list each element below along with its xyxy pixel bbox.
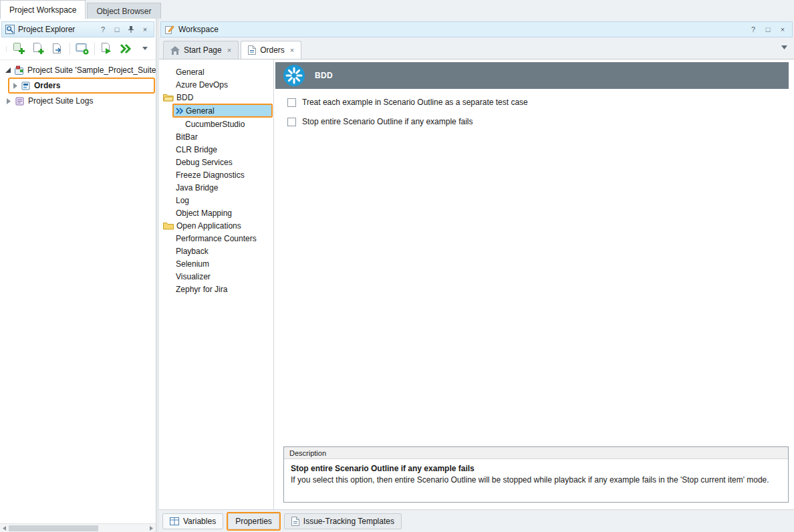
add-project-item-button[interactable]: [12, 41, 27, 57]
tab-variables[interactable]: Variables: [162, 513, 223, 529]
bottom-tab-label: Variables: [183, 517, 216, 526]
tree-item-label: Project Suite 'Sample_Project_Suite' (1 …: [27, 65, 156, 75]
nav-item-label: Freeze Diagnostics: [176, 170, 245, 180]
tree-item-project-suite-logs[interactable]: Project Suite Logs: [0, 94, 156, 108]
nav-item-open-applications[interactable]: Open Applications: [159, 219, 273, 232]
run-test-button[interactable]: [100, 41, 114, 57]
close-tab-button[interactable]: ×: [227, 46, 231, 54]
bdd-icon: [283, 64, 305, 87]
nav-item-label: Selenium: [176, 259, 209, 269]
workspace-panel: Workspace ? □ × Start Page × Orders ×: [159, 19, 794, 532]
checkbox-separate-test-case[interactable]: [287, 98, 296, 107]
expander-collapsed-icon[interactable]: [13, 83, 17, 89]
nav-item-selenium[interactable]: Selenium: [159, 257, 273, 270]
bdd-section-header: BDD: [275, 62, 789, 89]
project-explorer-header: Project Explorer ? □ ×: [1, 21, 154, 37]
nav-item-bdd[interactable]: BDD: [159, 91, 273, 104]
pin-button[interactable]: [126, 24, 136, 35]
nav-item-azure-devops[interactable]: Azure DevOps: [159, 78, 273, 91]
nav-item-debug-services[interactable]: Debug Services: [159, 156, 273, 168]
open-item-icon: [51, 42, 64, 55]
nav-item-label: CucumberStudio: [185, 120, 245, 129]
add-new-item-button[interactable]: [31, 41, 46, 57]
nav-item-label: BitBar: [176, 132, 198, 142]
nav-item-label: BDD: [176, 93, 193, 102]
scroll-left-button[interactable]: [0, 524, 9, 532]
float-button[interactable]: □: [112, 24, 122, 35]
tab-object-browser[interactable]: Object Browser: [87, 3, 160, 19]
properties-tab-highlight: Properties: [227, 512, 281, 531]
nav-item-label: General: [176, 68, 205, 77]
tree-item-label: Project Suite Logs: [28, 96, 93, 106]
nav-item-performance-counters[interactable]: Performance Counters: [159, 232, 273, 245]
nav-item-java-bridge[interactable]: Java Bridge: [159, 181, 273, 194]
run-project-suite-icon: [120, 43, 132, 54]
nav-item-playback[interactable]: Playback: [159, 245, 273, 257]
nav-item-freeze-diagnostics[interactable]: Freeze Diagnostics: [159, 168, 273, 181]
document-icon: [248, 45, 256, 55]
nav-item-zephyr-for-jira[interactable]: Zephyr for Jira: [159, 283, 273, 295]
chevron-down-icon: [142, 47, 148, 50]
nav-item-visualizer[interactable]: Visualizer: [159, 270, 273, 283]
open-item-button[interactable]: [50, 41, 65, 57]
close-panel-button[interactable]: ×: [140, 24, 150, 35]
nav-item-label: Azure DevOps: [176, 80, 228, 90]
toolbar-overflow-button[interactable]: [138, 41, 152, 57]
add-new-item-icon: [32, 42, 45, 55]
nav-item-bitbar[interactable]: BitBar: [159, 130, 273, 143]
scroll-right-button[interactable]: [147, 524, 156, 532]
doc-tab-start-page[interactable]: Start Page ×: [163, 41, 239, 59]
options-content: General Azure DevOps BDD General Cucumbe…: [159, 59, 794, 509]
doc-tab-orders[interactable]: Orders ×: [241, 41, 301, 59]
description-header: Description: [284, 447, 788, 459]
project-explorer-panel: Project Explorer ? □ × ⋮: [0, 19, 156, 532]
nav-item-label: Zephyr for Jira: [176, 285, 227, 294]
tab-project-workspace[interactable]: Project Workspace: [0, 0, 86, 19]
window-tab-bar: Project Workspace Object Browser: [0, 0, 794, 19]
nav-item-bdd-general-selected[interactable]: General: [172, 104, 273, 118]
expander-collapsed-icon[interactable]: [5, 98, 11, 104]
project-explorer-toolbar: ⋮: [0, 37, 156, 60]
nav-item-label: Java Bridge: [176, 183, 218, 192]
toolbar-grip[interactable]: ⋮: [3, 47, 7, 50]
toolbar-separator: [70, 43, 70, 55]
nav-item-label: Open Applications: [176, 221, 241, 231]
add-project-item-icon: [13, 42, 25, 55]
help-button[interactable]: ?: [748, 24, 759, 35]
project-explorer-title: Project Explorer: [18, 25, 94, 34]
home-icon: [170, 46, 180, 55]
pin-icon: [128, 25, 134, 33]
tab-properties[interactable]: Properties: [228, 513, 279, 529]
float-button[interactable]: □: [763, 24, 773, 35]
tree-item-label: Orders: [34, 81, 60, 90]
document-tab-bar: Start Page × Orders ×: [159, 37, 794, 59]
record-test-button[interactable]: [75, 41, 90, 57]
workspace-title: Workspace: [178, 25, 744, 34]
nav-item-log[interactable]: Log: [159, 194, 273, 207]
option-row-stop-outline: Stop entire Scenario Outline if any exam…: [287, 117, 794, 126]
nav-item-label: Log: [176, 196, 189, 205]
nav-item-object-mapping[interactable]: Object Mapping: [159, 207, 273, 219]
run-test-icon: [100, 42, 113, 55]
folder-open-icon: [163, 93, 174, 102]
tab-list-dropdown[interactable]: [781, 45, 787, 49]
tab-issue-tracking-templates[interactable]: Issue-Tracking Templates: [284, 513, 402, 529]
close-panel-button[interactable]: ×: [777, 24, 788, 35]
scrollbar-thumb[interactable]: [9, 525, 98, 531]
tree-item-project-suite[interactable]: Project Suite 'Sample_Project_Suite' (1 …: [0, 63, 156, 77]
workspace-header: Workspace ? □ ×: [160, 21, 793, 37]
nav-item-cucumberstudio[interactable]: CucumberStudio: [159, 118, 273, 130]
horizontal-scrollbar[interactable]: [0, 523, 156, 532]
close-tab-button[interactable]: ×: [290, 46, 294, 54]
description-body: If you select this option, then entire S…: [291, 475, 781, 485]
expander-expanded-icon[interactable]: [5, 68, 11, 73]
nav-item-general-root[interactable]: General: [159, 65, 273, 78]
nav-item-clr-bridge[interactable]: CLR Bridge: [159, 143, 273, 156]
run-project-suite-button[interactable]: [118, 41, 133, 57]
checkbox-label: Treat each example in Scenario Outline a…: [302, 98, 528, 107]
bottom-tab-label: Issue-Tracking Templates: [303, 517, 394, 526]
project-suite-icon: [14, 65, 24, 76]
help-button[interactable]: ?: [98, 24, 108, 35]
checkbox-stop-outline[interactable]: [287, 118, 296, 126]
tree-item-orders[interactable]: Orders: [8, 78, 155, 94]
